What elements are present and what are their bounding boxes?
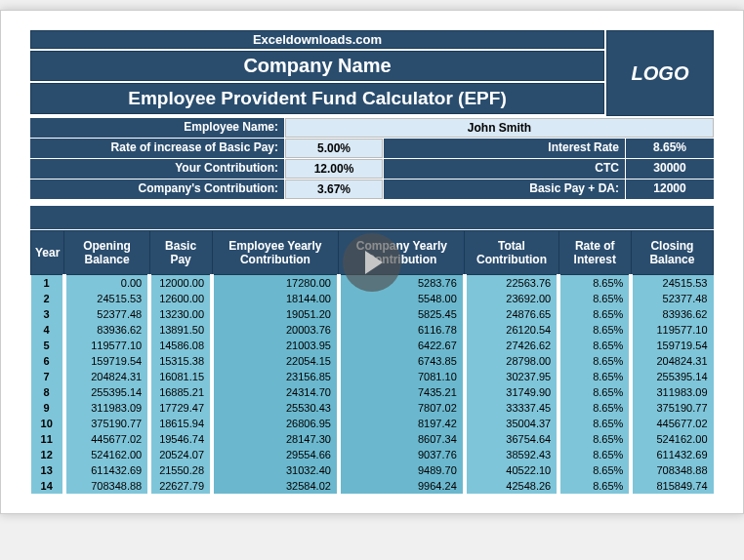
cell-comp[interactable]: 9964.24 [339, 478, 465, 494]
cell-year[interactable]: 12 [31, 447, 64, 462]
cell-total[interactable]: 27426.62 [465, 338, 558, 353]
cell-opening[interactable]: 83936.62 [64, 322, 149, 338]
cell-roi[interactable]: 8.65% [558, 322, 631, 338]
cell-basic[interactable]: 22627.79 [149, 478, 212, 494]
cell-basic[interactable]: 12000.00 [149, 275, 212, 292]
cell-emp[interactable]: 18144.00 [212, 291, 339, 306]
cell-opening[interactable]: 24515.53 [64, 291, 149, 306]
cell-emp[interactable]: 31032.40 [212, 462, 339, 478]
cell-roi[interactable]: 8.65% [558, 431, 631, 447]
cell-basic[interactable]: 12600.00 [149, 291, 212, 306]
cell-roi[interactable]: 8.65% [558, 353, 631, 369]
cell-opening[interactable]: 311983.09 [64, 400, 149, 416]
cell-basic[interactable]: 13230.00 [149, 306, 212, 322]
cell-basic[interactable]: 14586.08 [149, 338, 212, 353]
cell-comp[interactable]: 9037.76 [339, 447, 465, 462]
cell-basic[interactable]: 16885.21 [149, 384, 212, 400]
cell-total[interactable]: 42548.26 [465, 478, 558, 494]
cell-year[interactable]: 14 [31, 478, 64, 494]
cell-opening[interactable]: 524162.00 [64, 447, 149, 462]
cell-closing[interactable]: 255395.14 [631, 369, 713, 384]
cell-opening[interactable]: 0.00 [64, 275, 149, 292]
cell-closing[interactable]: 159719.54 [631, 338, 713, 353]
cell-opening[interactable]: 375190.77 [64, 416, 149, 431]
cell-year[interactable]: 8 [31, 384, 64, 400]
cell-comp[interactable]: 5825.45 [339, 306, 465, 322]
cell-closing[interactable]: 204824.31 [631, 353, 713, 369]
cell-emp[interactable]: 22054.15 [212, 353, 339, 369]
cell-comp[interactable]: 7081.10 [339, 369, 465, 384]
cell-roi[interactable]: 8.65% [558, 384, 631, 400]
cell-roi[interactable]: 8.65% [558, 369, 631, 384]
cell-year[interactable]: 2 [31, 291, 64, 306]
cell-closing[interactable]: 815849.74 [631, 478, 713, 494]
cell-roi[interactable]: 8.65% [558, 447, 631, 462]
cell-opening[interactable]: 255395.14 [64, 384, 149, 400]
cell-roi[interactable]: 8.65% [558, 400, 631, 416]
value-rate-increase[interactable]: 5.00% [285, 139, 383, 158]
cell-total[interactable]: 33337.45 [465, 400, 558, 416]
cell-total[interactable]: 22563.76 [465, 275, 558, 292]
cell-roi[interactable]: 8.65% [558, 275, 631, 292]
cell-roi[interactable]: 8.65% [558, 338, 631, 353]
cell-roi[interactable]: 8.65% [558, 291, 631, 306]
cell-closing[interactable]: 445677.02 [631, 416, 713, 431]
cell-year[interactable]: 5 [31, 338, 64, 353]
cell-emp[interactable]: 32584.02 [212, 478, 339, 494]
cell-total[interactable]: 23692.00 [465, 291, 558, 306]
value-company-contribution[interactable]: 3.67% [285, 180, 383, 199]
value-basic-pay-da[interactable]: 12000 [626, 180, 714, 199]
cell-closing[interactable]: 708348.88 [631, 462, 713, 478]
cell-basic[interactable]: 20524.07 [149, 447, 212, 462]
cell-basic[interactable]: 13891.50 [149, 322, 212, 338]
cell-roi[interactable]: 8.65% [558, 306, 631, 322]
cell-year[interactable]: 1 [31, 275, 64, 292]
cell-emp[interactable]: 25530.43 [212, 400, 339, 416]
cell-comp[interactable]: 5548.00 [339, 291, 465, 306]
cell-closing[interactable]: 311983.09 [631, 384, 713, 400]
cell-year[interactable]: 11 [31, 431, 64, 447]
cell-basic[interactable]: 15315.38 [149, 353, 212, 369]
cell-total[interactable]: 30237.95 [465, 369, 558, 384]
cell-comp[interactable]: 9489.70 [339, 462, 465, 478]
cell-emp[interactable]: 29554.66 [212, 447, 339, 462]
cell-total[interactable]: 24876.65 [465, 306, 558, 322]
cell-comp[interactable]: 8607.34 [339, 431, 465, 447]
cell-roi[interactable]: 8.65% [558, 462, 631, 478]
cell-total[interactable]: 31749.90 [465, 384, 558, 400]
value-employee-name[interactable]: John Smith [285, 118, 714, 138]
cell-opening[interactable]: 52377.48 [64, 306, 149, 322]
cell-closing[interactable]: 375190.77 [631, 400, 713, 416]
cell-opening[interactable]: 708348.88 [64, 478, 149, 494]
cell-closing[interactable]: 24515.53 [631, 275, 713, 292]
cell-year[interactable]: 13 [31, 462, 64, 478]
cell-year[interactable]: 9 [31, 400, 64, 416]
cell-comp[interactable]: 8197.42 [339, 416, 465, 431]
cell-total[interactable]: 26120.54 [465, 322, 558, 338]
cell-comp[interactable]: 6422.67 [339, 338, 465, 353]
cell-emp[interactable]: 24314.70 [212, 384, 339, 400]
cell-emp[interactable]: 23156.85 [212, 369, 339, 384]
cell-basic[interactable]: 19546.74 [149, 431, 212, 447]
cell-emp[interactable]: 26806.95 [212, 416, 339, 431]
value-your-contribution[interactable]: 12.00% [285, 159, 383, 179]
value-ctc[interactable]: 30000 [626, 159, 714, 179]
cell-total[interactable]: 38592.43 [465, 447, 558, 462]
cell-year[interactable]: 7 [31, 369, 64, 384]
cell-comp[interactable]: 5283.76 [339, 275, 465, 292]
cell-roi[interactable]: 8.65% [558, 416, 631, 431]
cell-roi[interactable]: 8.65% [558, 478, 631, 494]
cell-total[interactable]: 28798.00 [465, 353, 558, 369]
cell-comp[interactable]: 6116.78 [339, 322, 465, 338]
cell-emp[interactable]: 21003.95 [212, 338, 339, 353]
cell-opening[interactable]: 204824.31 [64, 369, 149, 384]
cell-basic[interactable]: 21550.28 [149, 462, 212, 478]
cell-closing[interactable]: 524162.00 [631, 431, 713, 447]
cell-opening[interactable]: 445677.02 [64, 431, 149, 447]
cell-opening[interactable]: 119577.10 [64, 338, 149, 353]
cell-year[interactable]: 4 [31, 322, 64, 338]
cell-comp[interactable]: 6743.85 [339, 353, 465, 369]
cell-emp[interactable]: 20003.76 [212, 322, 339, 338]
cell-total[interactable]: 36754.64 [465, 431, 558, 447]
cell-emp[interactable]: 19051.20 [212, 306, 339, 322]
